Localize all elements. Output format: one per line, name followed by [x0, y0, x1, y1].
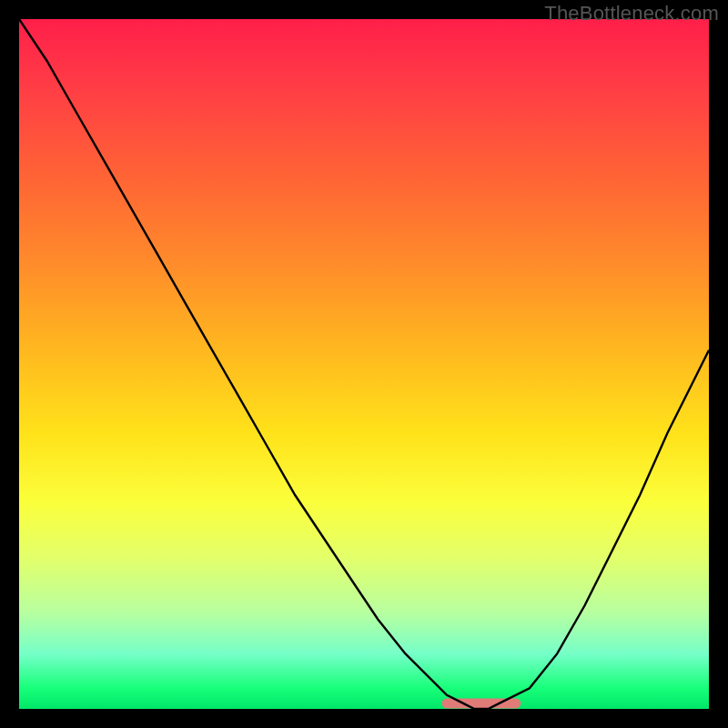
- bottleneck-curve-svg: [19, 19, 709, 709]
- bottleneck-curve: [19, 19, 709, 709]
- chart-frame: TheBottleneck.com: [0, 0, 728, 728]
- watermark-text: TheBottleneck.com: [544, 2, 719, 25]
- plot-area: [19, 19, 709, 709]
